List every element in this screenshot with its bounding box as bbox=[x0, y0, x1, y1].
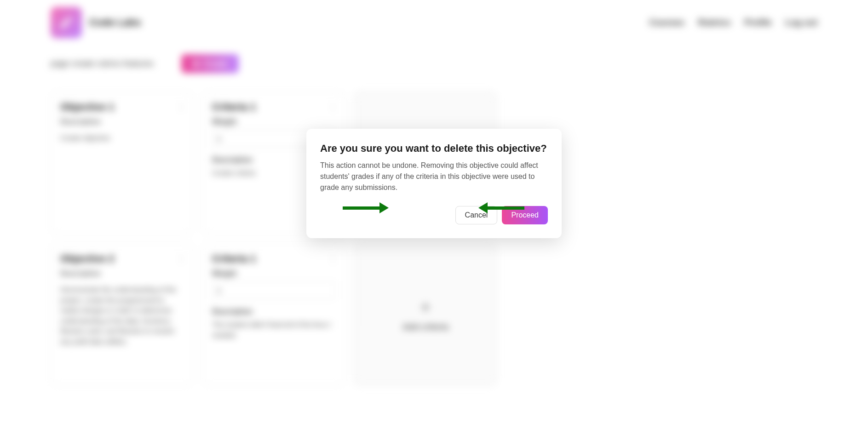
modal-body: This action cannot be undone. Removing t… bbox=[320, 160, 548, 193]
annotation-arrow-left bbox=[343, 202, 389, 213]
delete-confirmation-modal: Are you sure you want to delete this obj… bbox=[306, 129, 562, 238]
modal-overlay: Are you sure you want to delete this obj… bbox=[0, 0, 868, 429]
modal-title: Are you sure you want to delete this obj… bbox=[320, 143, 548, 154]
annotation-arrow-right bbox=[478, 202, 524, 213]
